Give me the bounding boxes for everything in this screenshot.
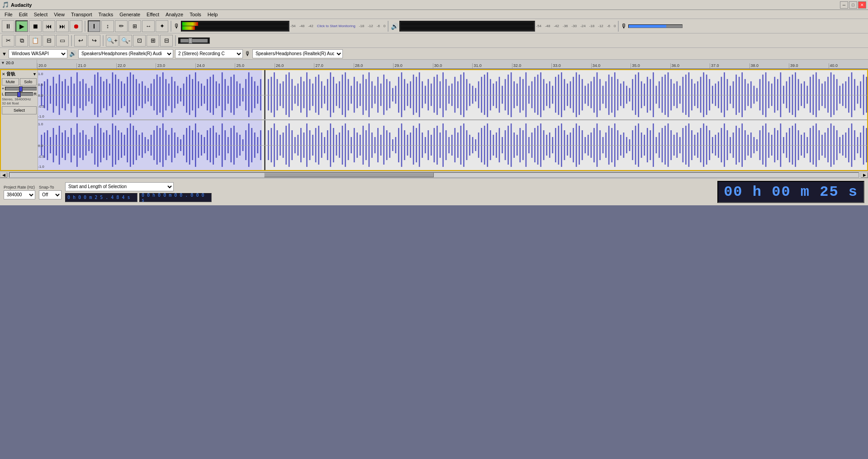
snap-to-select[interactable]: Off: [39, 190, 62, 199]
scrollbar-track[interactable]: [9, 172, 859, 178]
y-label-0.5-top: 0.5: [38, 83, 43, 87]
skip-end-button[interactable]: ⏭: [56, 20, 69, 32]
input-monitor-icon: 🎙: [621, 23, 627, 30]
big-time-display: 00 h 00 m 25 s: [717, 181, 864, 203]
record-button[interactable]: ⏺: [70, 20, 82, 32]
envelope-tool[interactable]: ↕: [101, 20, 114, 32]
cut-button[interactable]: ✂: [2, 35, 14, 47]
play-button[interactable]: ▶: [15, 20, 28, 32]
api-dropdown-icon: ▼: [2, 51, 7, 57]
pause-button[interactable]: ⏸: [2, 20, 14, 32]
track-collapse-btn[interactable]: ▼: [33, 72, 37, 76]
menu-item-select[interactable]: Select: [31, 11, 51, 18]
input-db-labels: -54-48-42Click to Start Monitoring-18-12…: [290, 24, 385, 28]
selection-type-select[interactable]: Start and Length of Selection Start and …: [65, 182, 174, 191]
zoom-in-button[interactable]: 🔍+: [106, 35, 119, 47]
track-close-btn[interactable]: ✕: [2, 72, 5, 76]
selection-end-value[interactable]: 0 0 h 0 0 m 0 0 . 0 0 0 s: [139, 193, 212, 202]
center-line-bottom: [38, 145, 867, 146]
scrollbar-thumb[interactable]: [264, 173, 434, 177]
zoom-tool-btn[interactable]: ⊞: [128, 20, 141, 32]
output-meter[interactable]: [399, 21, 535, 32]
title-bar-left: 🎵 Audacity: [2, 1, 32, 8]
title-bar-controls: ─ □ ✕: [840, 1, 866, 9]
maximize-button[interactable]: □: [849, 1, 857, 9]
solo-button[interactable]: Solo: [20, 78, 37, 85]
horizontal-scrollbar[interactable]: ◀ ▶: [0, 171, 868, 178]
stop-button[interactable]: ⏹: [29, 20, 42, 32]
track-info-bit: 32-bit float: [2, 101, 37, 105]
undo-button[interactable]: ↩: [74, 35, 87, 47]
mute-solo-row: Mute Solo: [2, 78, 37, 85]
ruler-mark-24.0: 24.0: [195, 63, 205, 68]
api-select[interactable]: Windows WASAPI: [9, 49, 67, 58]
ruler-mark-22.0: 22.0: [116, 63, 126, 68]
menu-item-help[interactable]: Help: [205, 11, 221, 18]
input-device-select[interactable]: Speakers/Headphones (Realtek(R) Aud: [252, 49, 343, 58]
selection-start-value[interactable]: 0 h 0 0 m 2 5 . 4 8 4 s: [65, 193, 138, 202]
tracks-container: ▼ 20.0 20.021.022.023.024.025.026.027.02…: [0, 60, 868, 69]
timeshift-tool[interactable]: ↔: [142, 20, 155, 32]
minimize-button[interactable]: ─: [840, 1, 848, 9]
ruler-mark-26.0: 26.0: [275, 63, 284, 68]
separator6: [103, 35, 104, 46]
waveform-container[interactable]: 1.0 0.5 0.0 -0.5 -1.0: [38, 70, 867, 170]
input-meter-right: [182, 26, 288, 30]
ruler-mark-38.0: 38.0: [749, 63, 759, 68]
menu-item-transport[interactable]: Transport: [68, 11, 95, 18]
zoom-sel-button[interactable]: ⊡: [133, 35, 146, 47]
menu-item-edit[interactable]: Edit: [16, 11, 30, 18]
multi-tool[interactable]: ✦: [156, 20, 168, 32]
menu-item-view[interactable]: View: [51, 11, 67, 18]
redo-button[interactable]: ↪: [88, 35, 100, 47]
ruler-mark-32.0: 32.0: [512, 63, 522, 68]
zoom-fit-button[interactable]: ⊞: [147, 35, 159, 47]
select-button[interactable]: Select: [2, 106, 37, 114]
scroll-left-btn[interactable]: ◀: [0, 172, 7, 178]
zoom-reset-button[interactable]: ⊟: [160, 35, 173, 47]
y-label--1.0-top: -1.0: [38, 114, 44, 118]
ruler-mark-23.0: 23.0: [156, 63, 165, 68]
input-volume-slider[interactable]: [628, 24, 683, 28]
zoom-out-button[interactable]: 🔍-: [119, 35, 132, 47]
close-button[interactable]: ✕: [858, 1, 866, 9]
snap-arrow: ▼: [1, 61, 5, 65]
ruler-mark-21.0: 21.0: [76, 63, 86, 68]
silence-button[interactable]: ▭: [56, 35, 69, 47]
input-meter[interactable]: [181, 21, 289, 32]
skip-start-button[interactable]: ⏮: [43, 20, 55, 32]
click-to-monitor[interactable]: Click to Start Monitoring: [317, 24, 356, 28]
ruler-mark-29.0: 29.0: [393, 63, 403, 68]
gain-slider[interactable]: [5, 87, 37, 90]
output-db-labels: -54-48-42-36-30-24-18-12-60: [536, 24, 616, 28]
draw-tool[interactable]: ✏: [115, 20, 128, 32]
output-device-select[interactable]: Speakers/Headphones (Realtek(R) Audi: [78, 49, 173, 58]
menu-item-generate[interactable]: Generate: [117, 11, 143, 18]
menu-item-effect[interactable]: Effect: [144, 11, 162, 18]
menu-item-tracks[interactable]: Tracks: [96, 11, 116, 18]
trim-button[interactable]: ⊟: [43, 35, 55, 47]
y-label-0.0-top: 0.0: [38, 94, 43, 98]
snap-value: 20.0: [6, 61, 14, 65]
scroll-right-btn[interactable]: ▶: [861, 172, 868, 178]
menu-item-file[interactable]: File: [2, 11, 15, 18]
pan-slider[interactable]: [5, 92, 33, 96]
input-meter-right-fill: [182, 26, 195, 30]
ruler-mark-39.0: 39.0: [789, 63, 798, 68]
separator4: [618, 21, 619, 32]
menu-item-analyze[interactable]: Analyze: [163, 11, 186, 18]
copy-button[interactable]: ⧉: [15, 35, 28, 47]
speaker-icon: 🔊: [69, 50, 76, 57]
speed-slider[interactable]: [180, 39, 208, 43]
paste-button[interactable]: 📋: [29, 35, 42, 47]
menu-item-tools[interactable]: Tools: [187, 11, 204, 18]
separator2: [171, 21, 171, 32]
separator1: [85, 21, 85, 32]
y-label--0.5-bottom: -0.5: [38, 155, 44, 159]
channels-select[interactable]: 2 (Stereo) Recording C: [175, 49, 243, 58]
mute-button[interactable]: Mute: [2, 78, 19, 85]
selection-tool[interactable]: I: [88, 20, 100, 32]
pan-row: L R: [2, 92, 37, 96]
pan-right-label: R: [34, 92, 37, 96]
project-rate-select[interactable]: 384000: [4, 190, 35, 199]
